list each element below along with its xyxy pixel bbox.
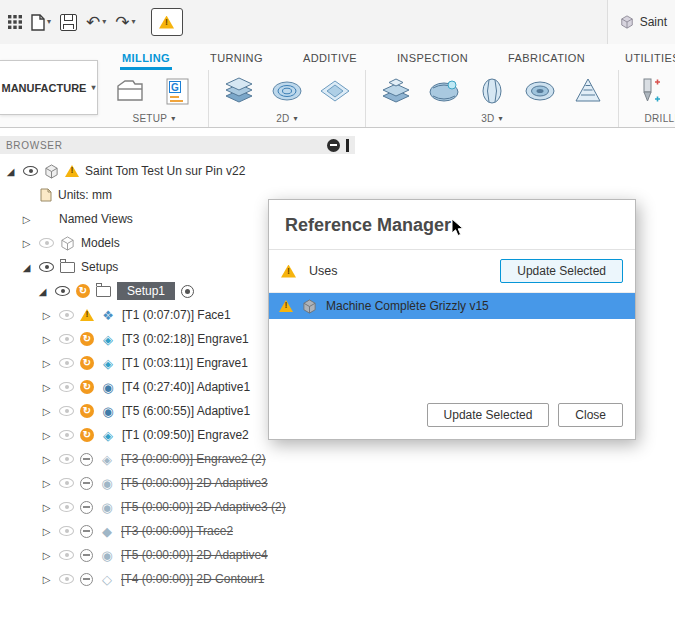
root-document-label[interactable]: Saint Tom Test Un sur Pin v22 bbox=[85, 164, 245, 178]
operation-row[interactable]: ▷ ◇ [T4 (0:00:00)] 2D Contour1 bbox=[0, 567, 355, 591]
operation-label[interactable]: [T5 (0:00:00)] 2D Adaptive3 bbox=[121, 476, 268, 490]
operation-row[interactable]: ▷ ◉ [T5 (0:00:00)] 2D Adaptive3 (2) bbox=[0, 495, 355, 519]
visibility-eye-icon[interactable] bbox=[59, 430, 74, 440]
setups-label[interactable]: Setups bbox=[81, 260, 118, 274]
expand-arrow-icon[interactable]: ▷ bbox=[40, 502, 53, 513]
undo-button[interactable]: ↶ ▾ bbox=[86, 14, 106, 31]
document-tab[interactable]: Saint bbox=[607, 0, 675, 44]
update-selected-header-button[interactable]: Update Selected bbox=[500, 259, 623, 283]
tab-milling[interactable]: MILLING bbox=[120, 52, 172, 70]
group-label-2d[interactable]: 2D ▾ bbox=[276, 113, 298, 124]
expand-arrow-icon[interactable]: ▷ bbox=[40, 526, 53, 537]
suppressed-icon[interactable] bbox=[80, 549, 93, 562]
visibility-eye-icon[interactable] bbox=[55, 286, 70, 296]
visibility-eye-icon[interactable] bbox=[59, 550, 74, 560]
group-label-setup[interactable]: SETUP ▾ bbox=[132, 113, 175, 124]
operation-row[interactable]: ▷ ◆ [T3 (0:00:00)] Trace2 bbox=[0, 519, 355, 543]
operation-label[interactable]: [T4 (0:27:40)] Adaptive1 bbox=[122, 380, 250, 394]
expand-arrow-icon[interactable]: ▷ bbox=[40, 478, 53, 489]
visibility-eye-icon[interactable] bbox=[23, 166, 38, 176]
operation-row[interactable]: ▷ ◉ [T5 (0:00:00)] 2D Adaptive4 bbox=[0, 543, 355, 567]
active-setup-radio-icon[interactable] bbox=[181, 285, 194, 298]
visibility-eye-icon[interactable] bbox=[39, 262, 54, 272]
suppressed-icon[interactable] bbox=[80, 501, 93, 514]
morphed-spiral-button[interactable] bbox=[518, 70, 562, 112]
expand-arrow-icon[interactable]: ▷ bbox=[40, 454, 53, 465]
face-button[interactable] bbox=[217, 70, 261, 112]
operation-label[interactable]: [T4 (0:00:00)] 2D Contour1 bbox=[121, 572, 264, 586]
expand-arrow-icon[interactable]: ▷ bbox=[40, 406, 53, 417]
expand-arrow-icon[interactable]: ▷ bbox=[20, 214, 33, 225]
operation-label[interactable]: [T3 (0:00:00)] Engrave2 (2) bbox=[121, 452, 266, 466]
new-setup-button[interactable] bbox=[108, 70, 152, 112]
operation-label[interactable]: [T5 (0:00:00)] 2D Adaptive3 (2) bbox=[121, 500, 286, 514]
tab-utilities[interactable]: UTILITIES bbox=[623, 52, 675, 70]
flow-button[interactable] bbox=[470, 70, 514, 112]
collapse-panel-icon[interactable] bbox=[327, 139, 340, 152]
tree-row-root[interactable]: ◢ Saint Tom Test Un sur Pin v22 bbox=[0, 159, 355, 183]
operation-label[interactable]: [T5 (0:00:00)] 2D Adaptive4 bbox=[121, 548, 268, 562]
drill-button[interactable] bbox=[627, 70, 671, 112]
operation-label[interactable]: [T1 (0:09:50)] Engrave2 bbox=[122, 428, 249, 442]
visibility-eye-icon[interactable] bbox=[59, 310, 74, 320]
visibility-eye-icon[interactable] bbox=[59, 334, 74, 344]
group-label-3d[interactable]: 3D ▾ bbox=[481, 113, 503, 124]
group-label-drilling[interactable]: DRILLING ▾ bbox=[645, 113, 675, 124]
operation-label[interactable]: [T5 (6:00:55)] Adaptive1 bbox=[122, 404, 250, 418]
save-button[interactable] bbox=[60, 14, 77, 31]
suppressed-icon[interactable] bbox=[80, 573, 93, 586]
expand-arrow-icon[interactable]: ◢ bbox=[20, 262, 33, 273]
close-button[interactable]: Close bbox=[558, 403, 623, 427]
setup1-selected-label[interactable]: Setup1 bbox=[117, 282, 175, 300]
visibility-eye-icon[interactable] bbox=[59, 574, 74, 584]
tab-inspection[interactable]: INSPECTION bbox=[395, 52, 470, 70]
expand-arrow-icon[interactable]: ◢ bbox=[4, 166, 17, 177]
notifications-warning-button[interactable] bbox=[151, 8, 183, 36]
2d-adaptive-button[interactable] bbox=[265, 70, 309, 112]
visibility-eye-icon[interactable] bbox=[59, 358, 74, 368]
update-selected-button[interactable]: Update Selected bbox=[427, 403, 550, 427]
operation-row[interactable]: ▷ ◈ [T3 (0:00:00)] Engrave2 (2) bbox=[0, 447, 355, 471]
file-menu-button[interactable]: ▾ bbox=[31, 14, 51, 31]
named-views-label[interactable]: Named Views bbox=[59, 212, 133, 226]
2d-contour-button[interactable] bbox=[313, 70, 357, 112]
suppressed-icon[interactable] bbox=[80, 477, 93, 490]
nc-program-button[interactable]: G bbox=[156, 70, 200, 112]
panel-resize-handle[interactable] bbox=[346, 139, 349, 152]
models-label[interactable]: Models bbox=[81, 236, 120, 250]
tab-turning[interactable]: TURNING bbox=[208, 52, 265, 70]
tab-additive[interactable]: ADDITIVE bbox=[301, 52, 359, 70]
reference-list-item-selected[interactable]: Machine Complète Grizzly v15 bbox=[269, 293, 635, 319]
expand-arrow-icon[interactable]: ▷ bbox=[40, 358, 53, 369]
visibility-eye-icon[interactable] bbox=[59, 406, 74, 416]
expand-arrow-icon[interactable]: ▷ bbox=[40, 310, 53, 321]
visibility-eye-icon[interactable] bbox=[59, 526, 74, 536]
operation-label[interactable]: [T1 (0:07:07)] Face1 bbox=[122, 308, 231, 322]
suppressed-icon[interactable] bbox=[80, 525, 93, 538]
expand-arrow-icon[interactable]: ▷ bbox=[20, 238, 33, 249]
app-menu-icon[interactable] bbox=[8, 15, 22, 29]
visibility-eye-icon[interactable] bbox=[39, 238, 54, 248]
visibility-eye-icon[interactable] bbox=[59, 382, 74, 392]
suppressed-icon[interactable] bbox=[80, 453, 93, 466]
expand-arrow-icon[interactable]: ◢ bbox=[36, 286, 49, 297]
steep-and-shallow-button[interactable] bbox=[374, 70, 418, 112]
operation-label[interactable]: [T1 (0:03:11)] Engrave1 bbox=[122, 356, 248, 370]
operation-row[interactable]: ▷ ◉ [T5 (0:00:00)] 2D Adaptive3 bbox=[0, 471, 355, 495]
workspace-selector[interactable]: MANUFACTURE ▾ bbox=[0, 60, 98, 115]
expand-arrow-icon[interactable]: ▷ bbox=[40, 550, 53, 561]
visibility-eye-icon[interactable] bbox=[59, 502, 74, 512]
visibility-eye-icon[interactable] bbox=[59, 454, 74, 464]
reference-item-label[interactable]: Machine Complète Grizzly v15 bbox=[326, 299, 489, 313]
spiral-button[interactable] bbox=[566, 70, 610, 112]
visibility-eye-icon[interactable] bbox=[59, 478, 74, 488]
expand-arrow-icon[interactable]: ▷ bbox=[40, 382, 53, 393]
3d-adaptive-button[interactable] bbox=[422, 70, 466, 112]
operation-label[interactable]: [T3 (0:02:18)] Engrave1 bbox=[122, 332, 249, 346]
expand-arrow-icon[interactable]: ▷ bbox=[40, 334, 53, 345]
redo-button[interactable]: ↷ ▾ bbox=[115, 14, 135, 31]
expand-arrow-icon[interactable]: ▷ bbox=[40, 430, 53, 441]
tab-fabrication[interactable]: FABRICATION bbox=[506, 52, 587, 70]
operation-label[interactable]: [T3 (0:00:00)] Trace2 bbox=[121, 524, 233, 538]
expand-arrow-icon[interactable]: ▷ bbox=[40, 574, 53, 585]
